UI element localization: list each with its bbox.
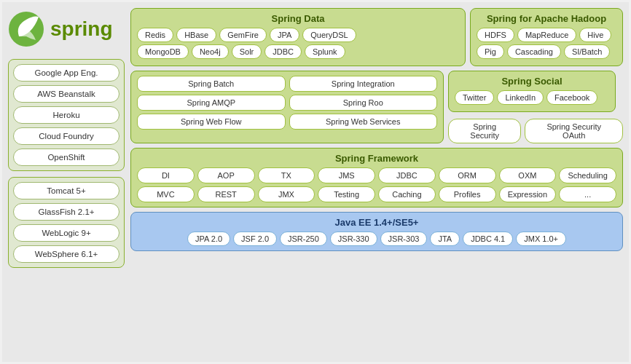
spring-hadoop-row2: Pig Cascading SI/Batch — [477, 44, 616, 59]
javaee-pills: JPA 2.0 JSF 2.0 JSR-250 JSR-330 JSR-303 … — [137, 232, 616, 246]
pill-jdbc-data[interactable]: JDBC — [264, 44, 302, 59]
pill-facebook[interactable]: Facebook — [546, 90, 597, 105]
pill-jsf20[interactable]: JSF 2.0 — [233, 232, 277, 246]
pill-mapreduce[interactable]: MapReduce — [517, 28, 576, 42]
pill-spring-security-oauth[interactable]: Spring Security OAuth — [525, 119, 623, 143]
framework-row1: DI AOP TX JMS JDBC ORM OXM Scheduling — [137, 167, 616, 183]
sidebar-item-openshift[interactable]: OpenShift — [13, 149, 119, 166]
pill-jsr330[interactable]: JSR-330 — [330, 232, 377, 246]
security-row: Spring Security Spring Security OAuth — [448, 119, 623, 143]
pill-jms[interactable]: JMS — [318, 167, 375, 183]
spring-data-box: Spring Data Redis HBase GemFire JPA Quer… — [130, 8, 466, 66]
main-content: Spring Data Redis HBase GemFire JPA Quer… — [130, 8, 623, 356]
spring-misc-box: Spring Batch Spring Integration Spring A… — [130, 71, 444, 143]
pill-redis[interactable]: Redis — [137, 28, 173, 42]
top-row: Spring Data Redis HBase GemFire JPA Quer… — [130, 8, 623, 66]
spring-data-row2: MongoDB Neo4j Solr JDBC Splunk — [137, 44, 459, 59]
pill-spring-amqp[interactable]: Spring AMQP — [137, 95, 286, 111]
pill-cascading[interactable]: Cascading — [507, 44, 561, 59]
spring-social-box: Spring Social Twitter LinkedIn Facebook — [448, 71, 616, 112]
spring-hadoop-title: Spring for Apache Hadoop — [477, 13, 616, 24]
pill-jsr303[interactable]: JSR-303 — [380, 232, 428, 246]
pill-mvc[interactable]: MVC — [137, 186, 195, 202]
spring-framework-box: Spring Framework DI AOP TX JMS JDBC ORM … — [130, 148, 623, 207]
pill-hdfs[interactable]: HDFS — [477, 28, 514, 42]
cloud-group: Google App Eng. AWS Beanstalk Heroku Clo… — [8, 59, 125, 171]
pill-expression[interactable]: Expression — [499, 186, 557, 202]
pill-jmx10[interactable]: JMX 1.0+ — [516, 232, 566, 246]
pill-jta[interactable]: JTA — [430, 232, 460, 246]
pill-aop[interactable]: AOP — [197, 167, 255, 183]
pill-jpa[interactable]: JPA — [270, 28, 299, 42]
framework-row2: MVC REST JMX Testing Caching Profiles Ex… — [137, 186, 616, 202]
misc-row2: Spring AMQP Spring Roo — [137, 95, 437, 111]
pill-spring-batch[interactable]: Spring Batch — [137, 76, 286, 92]
pill-profiles[interactable]: Profiles — [439, 186, 496, 202]
java-ee-title: Java EE 1.4+/SE5+ — [137, 217, 616, 228]
pill-spring-security[interactable]: Spring Security — [448, 119, 521, 143]
pill-caching[interactable]: Caching — [378, 186, 436, 202]
pill-jdbc41[interactable]: JDBC 4.1 — [463, 232, 513, 246]
spring-data-row1: Redis HBase GemFire JPA QueryDSL — [137, 28, 459, 42]
pill-hbase[interactable]: HBase — [176, 28, 216, 42]
pill-twitter[interactable]: Twitter — [455, 90, 494, 105]
sidebar-item-weblogic[interactable]: WebLogic 9+ — [13, 224, 119, 242]
pill-spring-webflow[interactable]: Spring Web Flow — [137, 114, 286, 130]
spring-social-title: Spring Social — [455, 76, 609, 87]
pill-orm[interactable]: ORM — [439, 167, 496, 183]
pill-rest[interactable]: REST — [197, 186, 255, 202]
spring-hadoop-row1: HDFS MapReduce Hive — [477, 28, 616, 42]
pill-ellipsis[interactable]: ... — [559, 186, 616, 202]
pill-tx[interactable]: TX — [258, 167, 316, 183]
sidebar-item-tomcat[interactable]: Tomcat 5+ — [13, 182, 119, 199]
pill-scheduling[interactable]: Scheduling — [559, 167, 616, 183]
spring-framework-title: Spring Framework — [137, 153, 616, 164]
sidebar-item-cloudfoundry[interactable]: Cloud Foundry — [13, 127, 119, 145]
pill-solr[interactable]: Solr — [232, 44, 262, 59]
spring-social-pills: Twitter LinkedIn Facebook — [455, 90, 609, 105]
logo-text: spring — [50, 17, 113, 41]
spring-logo: spring — [8, 8, 125, 53]
sidebar-item-aws[interactable]: AWS Beanstalk — [13, 85, 119, 103]
spring-logo-icon — [8, 11, 44, 47]
pill-gemfire[interactable]: GemFire — [219, 28, 267, 42]
pill-hive[interactable]: Hive — [579, 28, 611, 42]
middle-row: Spring Batch Spring Integration Spring A… — [130, 71, 623, 143]
sidebar-item-websphere[interactable]: WebSphere 6.1+ — [13, 245, 119, 263]
sidebar-item-heroku[interactable]: Heroku — [13, 106, 119, 124]
sidebar-item-glassfish[interactable]: GlassFish 2.1+ — [13, 203, 119, 221]
pill-di[interactable]: DI — [137, 167, 195, 183]
pill-oxm[interactable]: OXM — [499, 167, 557, 183]
java-ee-box: Java EE 1.4+/SE5+ JPA 2.0 JSF 2.0 JSR-25… — [130, 212, 623, 251]
pill-mongodb[interactable]: MongoDB — [137, 44, 189, 59]
pill-testing[interactable]: Testing — [318, 186, 375, 202]
pill-querydsl[interactable]: QueryDSL — [302, 28, 356, 42]
misc-row1: Spring Batch Spring Integration — [137, 76, 437, 92]
spring-hadoop-box: Spring for Apache Hadoop HDFS MapReduce … — [470, 8, 623, 66]
pill-sibatch[interactable]: SI/Batch — [564, 44, 611, 59]
pill-spring-webservices[interactable]: Spring Web Services — [289, 114, 438, 130]
pill-neo4j[interactable]: Neo4j — [192, 44, 229, 59]
main-container: spring Google App Eng. AWS Beanstalk Her… — [2, 2, 629, 362]
pill-jsr250[interactable]: JSR-250 — [280, 232, 327, 246]
pill-jdbc-fw[interactable]: JDBC — [378, 167, 436, 183]
pill-jmx[interactable]: JMX — [258, 186, 316, 202]
pill-pig[interactable]: Pig — [477, 44, 504, 59]
spring-data-title: Spring Data — [137, 13, 459, 24]
pill-spring-roo[interactable]: Spring Roo — [289, 95, 438, 111]
server-group: Tomcat 5+ GlassFish 2.1+ WebLogic 9+ Web… — [8, 177, 125, 268]
sidebar: spring Google App Eng. AWS Beanstalk Her… — [8, 8, 125, 356]
misc-row3: Spring Web Flow Spring Web Services — [137, 114, 437, 130]
sidebar-item-google[interactable]: Google App Eng. — [13, 64, 119, 82]
pill-spring-integration[interactable]: Spring Integration — [289, 76, 438, 92]
pill-jpa20[interactable]: JPA 2.0 — [187, 232, 230, 246]
pill-linkedin[interactable]: LinkedIn — [497, 90, 544, 105]
pill-splunk[interactable]: Splunk — [305, 44, 345, 59]
